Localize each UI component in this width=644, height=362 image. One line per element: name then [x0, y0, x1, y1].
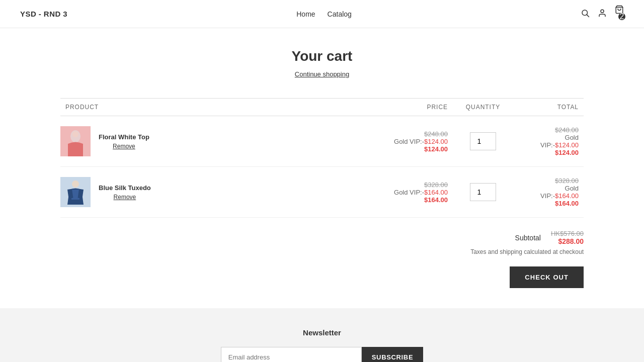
subtotal-original: HK$576.00 — [551, 230, 584, 237]
item-quantity-2 — [448, 183, 518, 201]
item-product-2: Blue Silk Tuxedo Remove — [60, 177, 357, 207]
price-gold-vip-2: Gold VIP:-$164.00 — [357, 189, 448, 196]
price-final-1: $124.00 — [357, 145, 448, 153]
brand-logo: YSD - RND 3 — [20, 10, 67, 18]
table-row: Floral White Top Remove $248.00 Gold VIP… — [60, 116, 584, 167]
item-details-2: Blue Silk Tuxedo Remove — [99, 184, 151, 201]
table-row: Blue Silk Tuxedo Remove $328.00 Gold VIP… — [60, 167, 584, 218]
item-price-1: $248.00 Gold VIP:-$124.00 $124.00 — [357, 130, 448, 153]
header-price: PRICE — [357, 104, 448, 111]
total-original-1: $248.00 — [518, 126, 579, 134]
nav-home[interactable]: Home — [296, 10, 315, 18]
item-total-1: $248.00 Gold VIP:-$124.00 $124.00 — [518, 126, 584, 156]
user-icon[interactable] — [598, 9, 607, 20]
cart-summary: Subtotal HK$576.00 $288.00 Taxes and shi… — [60, 218, 584, 288]
item-name-1: Floral White Top — [99, 133, 149, 141]
header-icons: 2 — [581, 5, 624, 23]
main-content: Your cart Continue shopping PRODUCT PRIC… — [50, 28, 594, 308]
item-product-1: Floral White Top Remove — [60, 126, 357, 156]
checkout-button[interactable]: CHECK OUT — [510, 266, 584, 288]
item-price-2: $328.00 Gold VIP:-$164.00 $164.00 — [357, 181, 448, 204]
item-details-1: Floral White Top Remove — [99, 133, 149, 150]
subscribe-button[interactable]: SUBSCRIBE — [362, 347, 423, 362]
svg-line-1 — [587, 15, 589, 17]
item-image-2 — [60, 177, 91, 207]
newsletter-title: Newsletter — [10, 328, 634, 337]
total-vip-2: VIP:-$164.00 — [518, 192, 579, 200]
cart-count: 2 — [618, 13, 625, 20]
header-total: TOTAL — [518, 104, 584, 111]
cart-headers: PRODUCT PRICE QUANTITY TOTAL — [60, 98, 584, 116]
newsletter-form: SUBSCRIBE — [10, 347, 634, 362]
total-gold-2: Gold — [518, 185, 579, 192]
quantity-input-2[interactable] — [470, 183, 496, 201]
svg-point-2 — [601, 10, 604, 13]
nav-catalog[interactable]: Catalog — [328, 10, 352, 18]
svg-point-6 — [72, 131, 78, 137]
item-quantity-1 — [448, 132, 518, 150]
price-original-1: $248.00 — [357, 130, 448, 138]
remove-button-2[interactable]: Remove — [99, 194, 151, 201]
total-vip-1: VIP:-$124.00 — [518, 141, 579, 149]
remove-button-1[interactable]: Remove — [99, 143, 149, 150]
cart-icon[interactable]: 2 — [615, 5, 624, 23]
main-nav: Home Catalog — [296, 10, 352, 18]
email-input[interactable] — [221, 347, 362, 362]
total-original-2: $328.00 — [518, 177, 579, 185]
quantity-input-1[interactable] — [470, 132, 496, 150]
item-total-2: $328.00 Gold VIP:-$164.00 $164.00 — [518, 177, 584, 207]
svg-point-8 — [72, 180, 79, 188]
subtotal-label: Subtotal — [515, 234, 541, 242]
price-gold-vip-1: Gold VIP:-$124.00 — [357, 138, 448, 145]
subtotal-final: $288.00 — [558, 237, 584, 245]
price-original-2: $328.00 — [357, 181, 448, 189]
price-final-2: $164.00 — [357, 196, 448, 204]
item-name-2: Blue Silk Tuxedo — [99, 184, 151, 192]
header: YSD - RND 3 Home Catalog 2 — [0, 0, 644, 28]
item-image-1 — [60, 126, 91, 156]
header-quantity: QUANTITY — [448, 104, 518, 111]
page-title: Your cart — [60, 48, 584, 64]
footer: Newsletter SUBSCRIBE — [0, 308, 644, 362]
header-product: PRODUCT — [60, 104, 357, 111]
total-final-1: $124.00 — [518, 149, 579, 156]
continue-shopping-link[interactable]: Continue shopping — [60, 70, 584, 78]
total-final-2: $164.00 — [518, 200, 579, 207]
subtotal-row: Subtotal HK$576.00 $288.00 — [515, 230, 584, 245]
total-gold-1: Gold — [518, 134, 579, 141]
taxes-note: Taxes and shipping calculated at checkou… — [470, 248, 584, 255]
search-icon[interactable] — [581, 9, 590, 20]
subtotal-prices: HK$576.00 $288.00 — [551, 230, 584, 245]
